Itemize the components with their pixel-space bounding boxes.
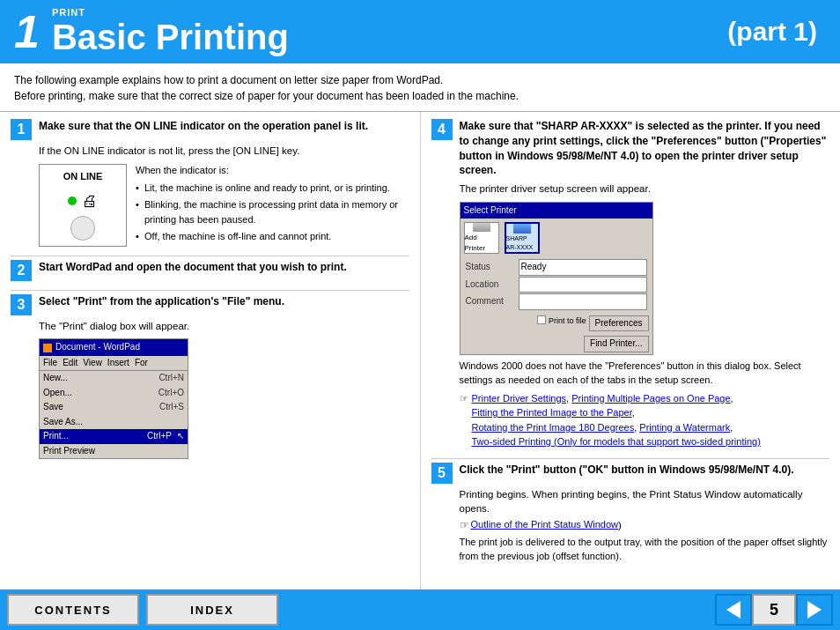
- cursor-icon: ↖: [177, 430, 184, 443]
- main-content: 1 Make sure that the ON LINE indicator o…: [0, 112, 840, 592]
- footer-nav: 5: [715, 594, 833, 626]
- wp-item-save: Save Ctrl+S: [40, 400, 188, 415]
- step-5-body: Printing begins. When printing begins, t…: [460, 487, 830, 564]
- print-to-file-label: Print to file: [549, 315, 586, 332]
- page-title: Basic Printing: [52, 18, 727, 56]
- step-2-number: 2: [11, 260, 32, 281]
- arrow-right-icon: [807, 601, 822, 619]
- cf-icon-2: ☞: [460, 518, 469, 533]
- link-print-status-window[interactable]: Outline of the Print Status Window: [471, 518, 619, 532]
- step-4-note: Windows 2000 does not have the "Preferen…: [460, 359, 830, 388]
- link-multiple-pages[interactable]: Printing Multiple Pages on One Page: [571, 393, 730, 404]
- wp-item-new: New... Ctrl+N: [40, 371, 188, 386]
- ps-fields-area: Status Ready Location Comment: [461, 257, 652, 313]
- wp-title: Document - WordPad: [55, 341, 140, 354]
- right-column: 4 Make sure that "SHARP AR-XXXX" is sele…: [421, 112, 841, 592]
- prev-page-button[interactable]: [715, 594, 752, 626]
- print-label: PRINT: [52, 7, 727, 18]
- wp-body: New... Ctrl+N Open... Ctrl+O Save Ctrl+S: [40, 371, 188, 458]
- step-5: 5 Click the "Print" button ("OK" button …: [431, 463, 830, 564]
- online-icons: 🖨: [47, 189, 119, 212]
- step-1-header: 1 Make sure that the ON LINE indicator o…: [11, 119, 409, 140]
- step-1-number: 1: [11, 119, 32, 140]
- menu-for: For: [135, 357, 148, 370]
- step-4-title: Make sure that "SHARP AR-XXXX" is select…: [460, 119, 830, 178]
- indicator-label: When the indicator is:: [136, 164, 409, 178]
- step-5-text1: Printing begins. When printing begins, t…: [460, 487, 830, 516]
- online-bullets-section: When the indicator is: Lit, the machine …: [136, 164, 409, 247]
- link-rotating[interactable]: Rotating the Print Image 180 Degrees: [472, 422, 635, 433]
- ps-status-row: Status Ready: [466, 259, 647, 276]
- add-printer-icon: Add Printer: [464, 222, 499, 254]
- step-1-body: If the ON LINE indicator is not lit, pre…: [39, 144, 409, 247]
- ps-comment-row: Comment: [466, 293, 647, 310]
- chapter-number: 1: [14, 9, 40, 55]
- step-3-text: The "Print" dialog box will appear.: [39, 319, 409, 334]
- arrow-left-icon: [726, 601, 741, 619]
- step-4: 4 Make sure that "SHARP AR-XXXX" is sele…: [431, 119, 830, 449]
- bullet-blinking: Blinking, the machine is processing prin…: [136, 197, 409, 226]
- sharp-printer-icon: SHARP AR-XXXX: [505, 222, 540, 254]
- part-label: (part 1): [727, 17, 826, 47]
- wp-item-saveas: Save As...: [40, 415, 188, 430]
- wp-item-print: Print... Ctrl+P ↖: [40, 429, 188, 444]
- wp-item-printpreview: Print Preview: [40, 444, 188, 459]
- step-3-title: Select "Print" from the application's "F…: [39, 294, 284, 309]
- left-column: 1 Make sure that the ON LINE indicator o…: [0, 112, 421, 592]
- ps-icon-area: Add Printer SHARP AR-XXXX: [461, 219, 652, 257]
- preferences-button[interactable]: Preferences: [589, 315, 649, 332]
- online-label: ON LINE: [47, 170, 119, 184]
- online-diagram: ON LINE 🖨 When the indicator is: Lit, th…: [39, 164, 409, 247]
- links-text: Printer Driver Settings, Printing Multip…: [472, 391, 761, 449]
- header-text-block: PRINT Basic Printing: [52, 7, 727, 56]
- step-3-body: The "Print" dialog box will appear. Docu…: [39, 319, 409, 460]
- find-printer-button[interactable]: Find Printer...: [584, 336, 648, 352]
- wordpad-screenshot: Document - WordPad File Edit View Insert…: [39, 338, 188, 459]
- wp-item-open: Open... Ctrl+O: [40, 386, 188, 401]
- step-1: 1 Make sure that the ON LINE indicator o…: [11, 119, 409, 247]
- online-bullets-list: Lit, the machine is online and ready to …: [136, 181, 409, 244]
- step-3-number: 3: [11, 294, 32, 315]
- step-2-header: 2 Start WordPad and open the document th…: [11, 260, 409, 281]
- circle-indicator: [70, 216, 95, 241]
- menu-insert: Insert: [107, 357, 129, 370]
- links-section: ☞ Printer Driver Settings, Printing Mult…: [460, 391, 830, 449]
- menu-edit: Edit: [63, 357, 77, 370]
- step-5-title: Click the "Print" button ("OK" button in…: [460, 463, 794, 478]
- step-2-title: Start WordPad and open the document that…: [39, 260, 347, 275]
- step-5-text3: The print job is delivered to the output…: [460, 536, 830, 564]
- link-two-sided[interactable]: Two-sided Printing (Only for models that…: [472, 436, 761, 447]
- link-printer-driver-settings[interactable]: Printer Driver Settings: [472, 393, 567, 404]
- step-4-header: 4 Make sure that "SHARP AR-XXXX" is sele…: [431, 119, 830, 178]
- bullet-lit: Lit, the machine is online and ready to …: [136, 181, 409, 196]
- printer-icon: 🖨: [82, 189, 98, 212]
- step-4-body: The printer driver setup screen will app…: [460, 182, 830, 449]
- wp-titlebar: Document - WordPad: [40, 339, 188, 356]
- step-5-header: 5 Click the "Print" button ("OK" button …: [431, 463, 830, 484]
- wp-menu: File Edit View Insert For: [40, 356, 188, 372]
- intro-line1: The following example explains how to pr…: [14, 72, 826, 88]
- led-green-indicator: [68, 196, 77, 205]
- sharp-printer-img: [513, 224, 531, 233]
- step-3: 3 Select "Print" from the application's …: [11, 294, 409, 460]
- index-button[interactable]: INDEX: [146, 594, 278, 626]
- contents-button[interactable]: CONTENTS: [7, 594, 139, 626]
- menu-file: File: [43, 357, 57, 370]
- step-2: 2 Start WordPad and open the document th…: [11, 260, 409, 281]
- link-fitting[interactable]: Fitting the Printed Image to the Paper: [472, 407, 632, 418]
- bullet-off: Off, the machine is off-line and cannot …: [136, 229, 409, 244]
- step-1-text: If the ON LINE indicator is not lit, pre…: [39, 144, 409, 159]
- ps-buttons-area: Print to file Preferences: [461, 313, 652, 335]
- printer-dialog-screenshot: Select Printer Add Printer SHARP AR-XXXX: [460, 202, 653, 355]
- next-page-button[interactable]: [796, 594, 833, 626]
- step-5-number: 5: [431, 463, 453, 484]
- step-4-text: The printer driver setup screen will app…: [460, 182, 830, 196]
- step-5-link-row: ☞ Outline of the Print Status Window ): [460, 518, 830, 533]
- link-watermark[interactable]: Printing a Watermark: [639, 422, 730, 433]
- intro-section: The following example explains how to pr…: [0, 63, 840, 112]
- add-printer-img: [473, 223, 490, 232]
- online-box: ON LINE 🖨: [39, 164, 127, 247]
- print-to-file-checkbox[interactable]: [537, 315, 546, 324]
- step-3-header: 3 Select "Print" from the application's …: [11, 294, 409, 315]
- footer: CONTENTS INDEX 5: [0, 589, 840, 630]
